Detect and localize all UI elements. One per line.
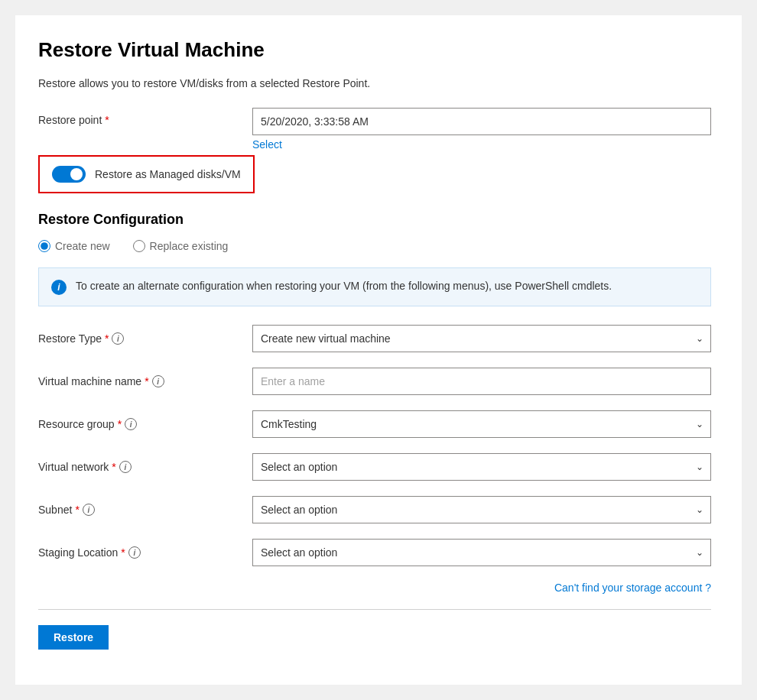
required-star-rg: * (118, 418, 122, 430)
restore-button[interactable]: Restore (38, 625, 109, 650)
info-banner-icon: i (51, 280, 67, 295)
restore-type-info-icon[interactable]: i (112, 332, 124, 345)
vm-name-info-icon[interactable]: i (152, 375, 164, 387)
required-star-vnet: * (112, 461, 115, 473)
restore-type-label: Restore Type * i (38, 332, 252, 345)
form-row-resource-group: Resource group * i CmkTesting ⌄ (38, 410, 711, 438)
staging-location-label: Staging Location * i (38, 546, 252, 559)
restore-point-value: 5/20/2020, 3:33:58 AM (252, 108, 711, 135)
managed-disks-toggle[interactable] (52, 166, 86, 183)
page-description: Restore allows you to restore VM/disks f… (38, 77, 711, 89)
resource-group-select-wrapper: CmkTesting ⌄ (252, 410, 711, 438)
info-banner: i To create an alternate configuration w… (38, 267, 711, 306)
restore-point-row: Restore point * 5/20/2020, 3:33:58 AM Se… (38, 108, 711, 151)
virtual-network-label: Virtual network * i (38, 461, 252, 473)
virtual-network-select-wrapper: Select an option ⌄ (252, 453, 711, 481)
subnet-info-icon[interactable]: i (83, 504, 95, 516)
managed-disks-toggle-section[interactable]: Restore as Managed disks/VM (38, 155, 255, 193)
restore-type-select-wrapper: Create new virtual machine Restore disks… (252, 325, 711, 352)
radio-group-restore-type: Create new Replace existing (38, 240, 711, 252)
radio-replace-existing[interactable]: Replace existing (133, 240, 229, 252)
subnet-label: Subnet * i (38, 504, 252, 516)
required-star-staging: * (121, 546, 125, 559)
vm-name-input[interactable] (252, 368, 711, 395)
bottom-divider (38, 609, 711, 610)
virtual-network-select[interactable]: Select an option (252, 453, 711, 481)
restore-type-select[interactable]: Create new virtual machine Restore disks (252, 325, 711, 352)
radio-create-new[interactable]: Create new (38, 240, 110, 252)
required-star-subnet: * (75, 504, 79, 516)
restore-vm-panel: Restore Virtual Machine Restore allows y… (15, 15, 742, 685)
resource-group-select[interactable]: CmkTesting (252, 410, 711, 438)
restore-point-label: Restore point * (38, 108, 252, 126)
required-indicator: * (105, 114, 109, 126)
restore-point-select-link[interactable]: Select (252, 138, 711, 151)
page-title: Restore Virtual Machine (38, 38, 711, 62)
toggle-thumb (70, 168, 83, 180)
info-banner-text: To create an alternate configuration whe… (76, 279, 612, 294)
form-row-subnet: Subnet * i Select an option ⌄ (38, 496, 711, 523)
vm-name-label: Virtual machine name * i (38, 375, 252, 387)
subnet-select[interactable]: Select an option (252, 496, 711, 523)
storage-link-container: Can't find your storage account ? (38, 582, 711, 594)
restore-point-right: 5/20/2020, 3:33:58 AM Select (252, 108, 711, 151)
form-row-staging-location: Staging Location * i Select an option ⌄ (38, 539, 711, 566)
form-row-vm-name: Virtual machine name * i (38, 368, 711, 395)
virtual-network-info-icon[interactable]: i (119, 461, 132, 473)
staging-location-info-icon[interactable]: i (128, 546, 141, 559)
radio-replace-existing-label: Replace existing (150, 240, 229, 252)
required-star-restore-type: * (105, 332, 109, 345)
toggle-track (52, 166, 86, 183)
subnet-select-wrapper: Select an option ⌄ (252, 496, 711, 523)
resource-group-label: Resource group * i (38, 418, 252, 430)
staging-location-select[interactable]: Select an option (252, 539, 711, 566)
radio-create-new-label: Create new (55, 240, 110, 252)
resource-group-info-icon[interactable]: i (125, 418, 137, 430)
form-row-virtual-network: Virtual network * i Select an option ⌄ (38, 453, 711, 481)
staging-location-select-wrapper: Select an option ⌄ (252, 539, 711, 566)
section-title-restore-config: Restore Configuration (38, 212, 711, 228)
toggle-label: Restore as Managed disks/VM (95, 168, 241, 180)
form-row-restore-type: Restore Type * i Create new virtual mach… (38, 325, 711, 352)
required-star-vm-name: * (145, 375, 148, 387)
storage-link[interactable]: Can't find your storage account ? (554, 582, 711, 594)
